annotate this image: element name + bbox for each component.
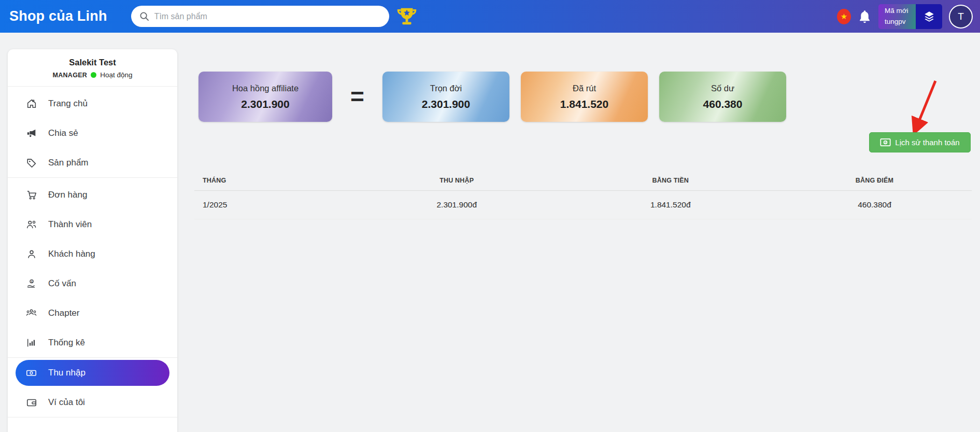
advisor-icon: $ — [25, 277, 37, 289]
money-icon — [25, 367, 37, 379]
table-row[interactable]: 1/2025 2.301.900đ 1.841.520đ 460.380đ — [194, 191, 972, 219]
payment-history-label: Lịch sử thanh toán — [895, 138, 959, 147]
sidebar-item-label: Thu nhập — [48, 368, 86, 378]
stat-value: 1.841.520 — [560, 98, 608, 110]
sidebar-item-label: Sản phẩm — [48, 158, 89, 168]
table-header-row: THÁNG THU NHẬP BẰNG TIỀN BẰNG ĐIỂM — [194, 170, 972, 191]
trophy-icon[interactable] — [396, 6, 418, 27]
sidebar-divider — [8, 177, 177, 178]
sidebar: Salekit Test MANAGER Hoạt động Trang chủ… — [8, 49, 177, 432]
col-header-bang-diem: BẰNG ĐIỂM — [793, 177, 956, 184]
red-arrow-annotation — [903, 77, 950, 135]
stat-label: Trọn đời — [430, 83, 462, 93]
layers-button[interactable] — [916, 4, 942, 29]
sidebar-item-san-pham[interactable]: Sản phẩm — [8, 148, 177, 177]
col-header-thang: THÁNG — [194, 177, 365, 184]
invite-code-badge[interactable]: Mã mới tungpv — [878, 4, 916, 29]
sidebar-item-vi-cua-toi[interactable]: Ví của tôi — [8, 387, 177, 417]
sidebar-divider — [8, 417, 177, 417]
vietnam-flag-icon[interactable]: ★ — [837, 9, 851, 24]
stat-card-hoa-hong-affiliate: Hoa hồng affiliate 2.301.900 — [198, 72, 332, 122]
top-header: Shop của Linh ★ Mã mới tungpv — [0, 0, 980, 33]
payment-history-button[interactable]: đ Lịch sử thanh toán — [869, 132, 971, 152]
equals-sign: = — [332, 86, 382, 107]
users-icon — [25, 218, 37, 230]
sidebar-item-don-hang[interactable]: Đơn hàng — [8, 180, 177, 210]
sidebar-item-label: Chapter — [48, 308, 79, 318]
stat-value: 460.380 — [703, 98, 743, 110]
main-content: Hoa hồng affiliate 2.301.900 = Trọn đời … — [178, 33, 980, 432]
app-logo[interactable]: Shop của Linh — [9, 8, 107, 24]
sidebar-item-khach-hang[interactable]: Khách hàng — [8, 239, 177, 269]
svg-text:$: $ — [30, 279, 32, 283]
search-input[interactable] — [154, 12, 381, 21]
avatar-letter: T — [958, 11, 964, 22]
stat-label: Đã rút — [573, 83, 596, 93]
user-avatar[interactable]: T — [949, 5, 973, 29]
money-icon: đ — [880, 138, 891, 147]
sidebar-item-chapter[interactable]: Chapter — [8, 298, 177, 328]
notification-bell-icon[interactable] — [858, 9, 872, 24]
sidebar-item-label: Khách hàng — [48, 249, 95, 259]
stat-card-da-rut: Đã rút 1.841.520 — [521, 72, 648, 122]
cell-by-point: 460.380đ — [793, 200, 956, 210]
stat-label: Hoa hồng affiliate — [232, 83, 299, 93]
col-header-thu-nhap: THU NHẬP — [365, 177, 548, 184]
sidebar-item-label: Thành viên — [48, 219, 92, 230]
chart-icon — [25, 337, 37, 349]
stat-value: 2.301.900 — [241, 98, 289, 110]
cell-income: 2.301.900đ — [365, 200, 548, 210]
stat-card-so-du: Số dư 460.380 — [659, 72, 786, 122]
sidebar-item-label: Thống kê — [48, 338, 85, 348]
sidebar-item-label: Trang chủ — [48, 99, 88, 109]
sidebar-divider — [8, 357, 177, 358]
stat-value: 2.301.900 — [422, 98, 470, 110]
search-icon — [139, 11, 149, 21]
col-header-bang-tien: BẰNG TIỀN — [548, 177, 793, 184]
sidebar-item-label: Chia sẻ — [48, 128, 78, 138]
sidebar-item-thong-ke[interactable]: Thống kê — [8, 328, 177, 357]
status-dot — [91, 72, 96, 78]
profile-status: Hoạt động — [100, 71, 132, 79]
invite-code-label: Mã mới — [885, 6, 910, 16]
sidebar-item-trang-chu[interactable]: Trang chủ — [8, 89, 177, 118]
sidebar-divider — [8, 86, 177, 87]
sidebar-item-label: Cố vấn — [48, 278, 76, 289]
search-box[interactable] — [131, 6, 389, 27]
svg-text:đ: đ — [885, 141, 887, 144]
sidebar-item-label: Đơn hàng — [48, 190, 87, 200]
stat-label: Số dư — [711, 83, 734, 93]
profile-role: MANAGER — [53, 72, 88, 79]
layers-icon — [922, 10, 936, 23]
invite-code-value: tungpv — [885, 17, 910, 27]
home-icon — [25, 97, 37, 109]
sidebar-item-thanh-vien[interactable]: Thành viên — [8, 210, 177, 239]
profile-block: Salekit Test MANAGER Hoạt động — [8, 58, 177, 86]
stat-card-tron-doi: Trọn đời 2.301.900 — [382, 72, 509, 122]
cart-icon — [25, 189, 37, 201]
megaphone-icon — [25, 127, 37, 139]
group-icon — [25, 307, 37, 319]
user-icon — [25, 248, 37, 260]
sidebar-item-label: Ví của tôi — [48, 397, 85, 408]
stat-cards-row: Hoa hồng affiliate 2.301.900 = Trọn đời … — [198, 72, 786, 122]
sidebar-item-co-van[interactable]: $ Cố vấn — [8, 269, 177, 298]
header-right-group: ★ Mã mới tungpv T — [837, 4, 973, 29]
invite-code-group: Mã mới tungpv — [878, 4, 942, 29]
profile-name: Salekit Test — [8, 58, 177, 67]
sidebar-item-chia-se[interactable]: Chia sẻ — [8, 118, 177, 148]
cell-month: 1/2025 — [194, 200, 365, 210]
cell-by-money: 1.841.520đ — [548, 200, 793, 210]
sidebar-item-thu-nhap[interactable]: Thu nhập — [16, 360, 169, 386]
tag-icon — [25, 157, 37, 169]
income-table: THÁNG THU NHẬP BẰNG TIỀN BẰNG ĐIỂM 1/202… — [194, 170, 972, 219]
wallet-icon — [25, 396, 37, 408]
